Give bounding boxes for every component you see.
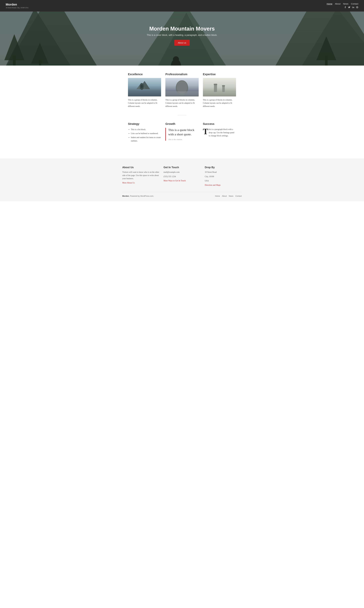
- strategy-title: Strategy: [128, 122, 161, 126]
- column-professionalism: Professionalism: [165, 73, 198, 108]
- direction-maps-link[interactable]: Direction and Maps: [205, 184, 221, 186]
- footer-bottom: Morden, Powered by WordPress.com. Home A…: [122, 192, 242, 197]
- footer-columns: About Us Visitors will want to know who …: [122, 166, 242, 186]
- wordpress-icon[interactable]: [356, 6, 358, 9]
- list-item: This is a list block.: [131, 128, 161, 131]
- nav-contact[interactable]: Contact: [351, 2, 358, 5]
- section-divider: [178, 115, 186, 115]
- footer-contact-title: Get In Touch: [164, 166, 200, 169]
- footer-bottom-nav: Home About News Contact: [215, 195, 242, 197]
- footer-nav-news[interactable]: News: [229, 195, 234, 197]
- success-title: Success: [203, 122, 236, 126]
- footer-powered-by: , Powered by WordPress.com.: [129, 195, 154, 197]
- column-title-professionalism: Professionalism: [165, 73, 198, 76]
- image-expertise: [203, 78, 236, 96]
- svg-rect-24: [128, 91, 161, 96]
- hero-subtitle: This is a cover block, with a heading, a…: [147, 34, 217, 36]
- nav-home[interactable]: Home: [327, 2, 332, 5]
- hero-section: Morden Mountain Movers This is a cover b…: [0, 12, 364, 65]
- drop-cap-letter: T: [203, 129, 208, 135]
- svg-rect-32: [214, 84, 217, 92]
- footer-nav-about[interactable]: About: [222, 195, 227, 197]
- quote-block: This is a quote block with a short quote…: [165, 128, 198, 141]
- social-icons: [344, 6, 358, 9]
- column-expertise: Expertise: [203, 73, 236, 108]
- dropcap-paragraph: This is a paragraph block with a drop ca…: [203, 128, 236, 137]
- facebook-icon[interactable]: [344, 6, 346, 9]
- footer-drop-by: Drop By 10 Street Road City, 10100 USA D…: [205, 166, 242, 186]
- main-nav: Home About News Contact: [327, 2, 358, 5]
- footer-nav-home[interactable]: Home: [215, 195, 220, 197]
- footer-nav-contact[interactable]: Contact: [235, 195, 242, 197]
- site-tagline: 10 Street Road, City, 10100 USA: [6, 7, 28, 9]
- image-excellence: [128, 78, 161, 96]
- footer-bottom-brand: Morden, Powered by WordPress.com.: [122, 195, 154, 197]
- list-item: Lists can be bulleted or numbered.: [131, 132, 161, 135]
- header-right: Home About News Contact: [327, 2, 358, 9]
- footer-address-line1: 10 Street Road: [205, 171, 242, 174]
- more-ways-link[interactable]: More Ways to Get In Touch: [164, 180, 186, 182]
- hero-title: Morden Mountain Movers: [147, 26, 217, 32]
- strategy-column: Strategy This is a list block. Lists can…: [128, 122, 161, 143]
- footer-drop-by-title: Drop By: [205, 166, 242, 169]
- svg-rect-35: [222, 85, 225, 86]
- footer-about-us-text: Visitors will want to know who is on the…: [122, 171, 159, 180]
- more-about-us-link[interactable]: More About Us: [122, 182, 135, 184]
- footer-about-us: About Us Visitors will want to know who …: [122, 166, 159, 186]
- svg-rect-30: [165, 91, 198, 96]
- site-title: Morden: [6, 3, 28, 6]
- success-column: Success This is a paragraph block with a…: [203, 122, 236, 143]
- hero-content: Morden Mountain Movers This is a cover b…: [141, 26, 223, 46]
- footer-address-line2: City, 10100: [205, 175, 242, 178]
- footer-brand-name: Morden: [122, 195, 129, 197]
- column-text-expertise: This is a group of blocks in columns. Co…: [203, 98, 236, 108]
- growth-column: Growth This is a quote block with a shor…: [165, 122, 198, 143]
- column-text-professionalism: This is a group of blocks in columns. Co…: [165, 98, 198, 108]
- main-content: Excellence: [122, 65, 242, 159]
- columns-section: Excellence: [128, 73, 236, 108]
- image-professionalism: [165, 78, 198, 96]
- footer-phone: (555) 555 1234: [164, 175, 200, 178]
- strategy-section: Strategy This is a list block. Lists can…: [128, 122, 236, 143]
- column-title-excellence: Excellence: [128, 73, 161, 76]
- svg-point-0: [352, 6, 353, 7]
- quote-citation: This is the citation.: [168, 138, 182, 141]
- column-text-excellence: This is a group of blocks in columns. Co…: [128, 98, 161, 108]
- svg-rect-36: [203, 92, 236, 96]
- nav-about[interactable]: About: [335, 2, 340, 5]
- footer-about-us-title: About Us: [122, 166, 159, 169]
- site-footer: About Us Visitors will want to know who …: [0, 159, 364, 201]
- svg-point-26: [141, 85, 143, 88]
- footer-email: mail@example.com: [164, 171, 200, 174]
- svg-rect-34: [222, 86, 225, 92]
- quote-text: This is a quote block with a short quote…: [168, 128, 198, 137]
- site-branding: Morden 10 Street Road, City, 10100 USA: [6, 3, 28, 9]
- twitter-icon[interactable]: [348, 6, 350, 9]
- site-header: Morden 10 Street Road, City, 10100 USA H…: [0, 0, 364, 12]
- footer-get-in-touch: Get In Touch mail@example.com (555) 555 …: [164, 166, 200, 186]
- about-us-button[interactable]: About us: [174, 40, 190, 46]
- list-item: Indent and outdent list items to create …: [131, 136, 161, 142]
- strategy-list: This is a list block. Lists can be bulle…: [128, 128, 161, 142]
- growth-title: Growth: [165, 122, 198, 126]
- svg-rect-33: [214, 84, 217, 85]
- nav-news[interactable]: News: [343, 2, 349, 5]
- column-title-expertise: Expertise: [203, 73, 236, 76]
- linkedin-icon[interactable]: [352, 6, 354, 9]
- column-excellence: Excellence: [128, 73, 161, 108]
- footer-address-line3: USA: [205, 179, 242, 182]
